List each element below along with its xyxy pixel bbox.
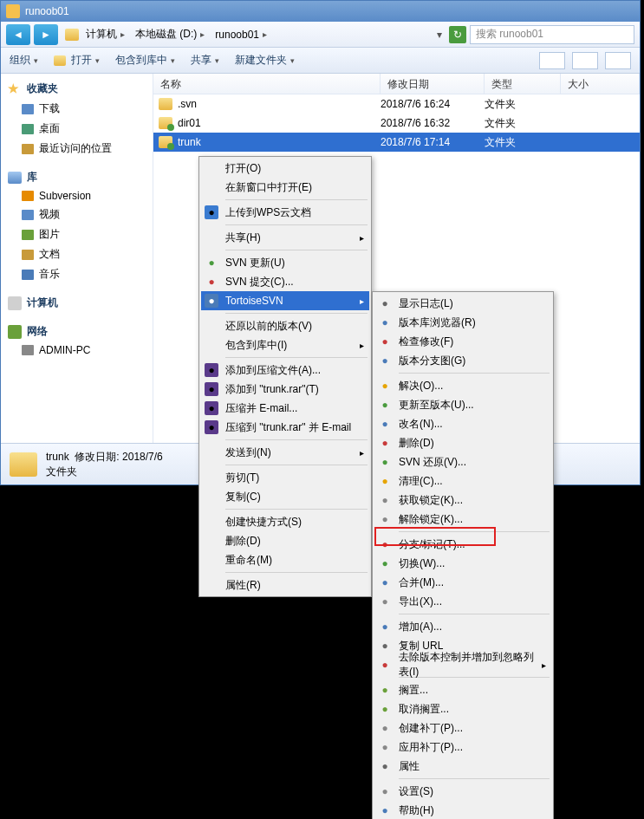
menu-item-label: 版本分支图(G) [399,354,465,368]
menu-item[interactable]: 剪切(T) [201,468,369,487]
menu-item[interactable]: ●上传到WPS云文档 [201,203,369,222]
menu-item[interactable]: ●获取锁定(K)... [374,491,551,510]
sidebar-recent[interactable]: 最近访问的位置 [1,139,153,159]
sidebar-music[interactable]: 音乐 [1,264,153,284]
menu-item[interactable]: ●SVN 提交(C)... [201,272,369,291]
title-bar[interactable]: runoob01 [1,1,640,22]
sidebar-subversion[interactable]: Subversion [1,187,153,205]
menu-item[interactable]: ●属性 [374,757,551,776]
menu-item-label: 还原以前的版本(V) [225,319,312,334]
menu-item[interactable]: ●解除锁定(K)... [374,510,551,529]
menu-item[interactable]: 复制(C) [201,487,369,506]
menu-item[interactable]: ●应用补丁(P)... [374,738,551,757]
menu-item[interactable]: ●导出(X)... [374,592,551,611]
menu-item[interactable]: ●检查修改(F) [374,332,551,351]
menu-item[interactable]: ●增加(A)... [374,617,551,636]
menu-item[interactable]: ●清理(C)... [374,471,551,491]
path-disk[interactable]: 本地磁盘 (D:) [132,25,208,43]
menu-item[interactable]: 共享(H) [201,228,369,247]
path-computer[interactable]: 计算机 [82,25,128,43]
col-date[interactable]: 修改日期 [381,74,485,94]
menu-item-label: 分支/标记(T)... [399,537,465,552]
menu-item[interactable]: 在新窗口中打开(E) [201,178,369,197]
menu-item[interactable]: 重命名(M) [201,550,369,569]
recent-icon [22,144,34,154]
sidebar-documents[interactable]: 文档 [1,244,153,264]
menu-item[interactable]: ●SVN 更新(U) [201,253,369,272]
menu-item[interactable]: ●去除版本控制并增加到忽略列表(I) [374,655,551,674]
back-button[interactable]: ◄ [6,24,30,45]
menu-item[interactable]: 发送到(N) [201,443,369,462]
menu-item-label: 去除版本控制并增加到忽略列表(I) [399,650,534,679]
sidebar-videos[interactable]: 视频 [1,205,153,224]
menu-item[interactable]: ●TortoiseSVN [201,291,369,310]
sidebar-network[interactable]: 网络 [1,322,153,341]
menu-item[interactable]: ●分支/标记(T)... [374,535,551,554]
sidebar-computer[interactable]: 计算机 [1,293,153,313]
new-folder-button[interactable]: 新建文件夹 [235,53,295,68]
sidebar-libraries[interactable]: 库 [1,167,153,187]
menu-item-label: 剪切(T) [225,471,259,485]
path-folder[interactable]: runoob01 [211,27,270,42]
menu-item[interactable]: 打开(O) [201,159,369,178]
menu-item[interactable]: 创建快捷方式(S) [201,512,369,531]
window-title: runoob01 [25,5,69,17]
menu-item-label: 改名(N)... [399,417,443,432]
menu-item[interactable]: ●添加到 "trunk.rar"(T) [201,380,369,399]
menu-item[interactable]: ●设置(S) [374,782,551,801]
address-bar[interactable]: 计算机 本地磁盘 (D:) runoob01 ▾ [62,25,446,43]
repo-icon: ● [378,315,392,329]
file-row[interactable]: dir01 2018/7/6 16:32 文件夹 [153,114,640,133]
menu-separator [225,572,368,573]
menu-item[interactable]: ●版本分支图(G) [374,351,551,370]
share-button[interactable]: 共享 [191,53,219,68]
menu-item[interactable]: 还原以前的版本(V) [201,316,369,335]
menu-item[interactable]: 删除(D) [201,531,369,550]
forward-button[interactable]: ► [34,24,58,45]
menu-item[interactable]: ●SVN 还原(V)... [374,452,551,471]
menu-item[interactable]: ●压缩到 "trunk.rar" 并 E-mail [201,418,369,437]
sidebar-desktop[interactable]: 桌面 [1,119,153,139]
menu-item[interactable]: ●切换(W)... [374,554,551,573]
menu-item[interactable]: ●添加到压缩文件(A)... [201,361,369,380]
file-row-selected[interactable]: trunk 2018/7/6 17:14 文件夹 [153,133,640,152]
menu-item[interactable]: ●解决(O)... [374,376,551,395]
menu-item[interactable]: 属性(R) [201,575,369,595]
col-type[interactable]: 类型 [485,74,561,94]
search-input[interactable]: 搜索 runoob01 [470,25,634,44]
update-icon: ● [378,398,392,412]
sidebar-network-pc[interactable]: ADMIN-PC [1,341,153,359]
sidebar-favorites[interactable]: ★收藏夹 [1,79,153,99]
menu-item[interactable]: ●压缩并 E-mail... [201,399,369,418]
menu-item[interactable]: ●改名(N)... [374,414,551,433]
menu-item-label: 设置(S) [399,784,433,799]
menu-item[interactable]: ●更新至版本(U)... [374,395,551,414]
include-library-button[interactable]: 包含到库中 [115,53,175,68]
col-name[interactable]: 名称 [153,74,381,94]
col-size[interactable]: 大小 [561,74,640,94]
svn-folder-icon [159,117,172,129]
menu-item[interactable]: 包含到库中(I) [201,335,369,354]
organize-button[interactable]: 组织 [10,53,38,68]
menu-item[interactable]: ●版本库浏览器(R) [374,313,551,332]
menu-item-label: 发送到(N) [225,445,271,460]
help-button[interactable] [605,52,631,69]
menu-item[interactable]: ●创建补丁(P)... [374,718,551,738]
menu-item[interactable]: ●取消搁置... [374,699,551,718]
sidebar-pictures[interactable]: 图片 [1,224,153,244]
view-button[interactable] [539,52,565,69]
sidebar-downloads[interactable]: 下载 [1,99,153,119]
menu-item[interactable]: ●搁置... [374,680,551,699]
menu-item-label: SVN 更新(U) [225,256,285,270]
menu-item[interactable]: ●显示日志(L) [374,294,551,313]
menu-item[interactable]: ●合并(M)... [374,573,551,592]
menu-item[interactable]: ●帮助(H) [374,801,551,819]
folder-icon [159,98,172,110]
open-button[interactable]: 打开 [54,53,100,68]
refresh-button[interactable]: ↻ [449,26,466,43]
document-icon [22,250,34,260]
chevron-down-icon[interactable]: ▾ [437,29,442,41]
file-row[interactable]: .svn 2018/7/6 16:24 文件夹 [153,94,640,114]
menu-item[interactable]: ●删除(D) [374,433,551,452]
preview-button[interactable] [572,52,598,69]
